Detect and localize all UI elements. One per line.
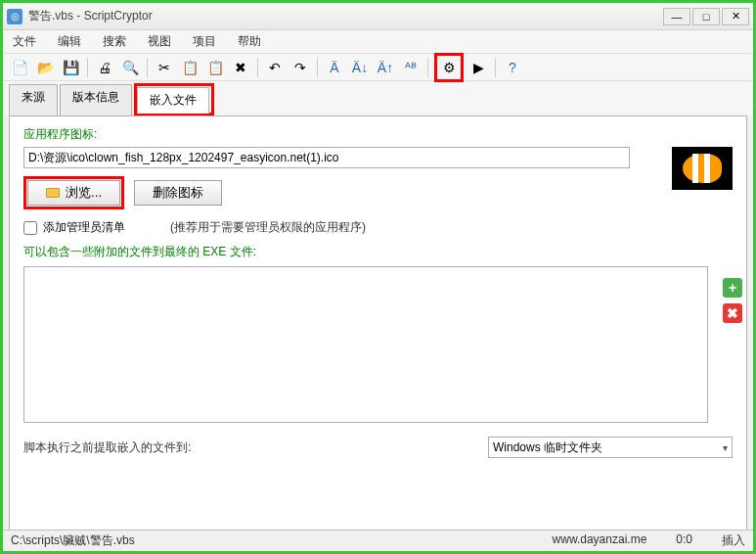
separator	[147, 58, 148, 77]
close-button[interactable]: ✕	[722, 8, 749, 25]
redo-icon[interactable]: ↷	[289, 57, 311, 78]
undo-icon[interactable]: ↶	[264, 57, 286, 78]
add-file-button[interactable]: +	[723, 278, 742, 298]
icon-preview	[672, 147, 733, 190]
status-site: www.dayanzai.me	[553, 532, 647, 549]
findprev-icon[interactable]: Ä↑	[375, 57, 396, 78]
menubar: 文件 编辑 搜索 视图 项目 帮助	[3, 30, 753, 54]
run-icon[interactable]: ▶	[467, 57, 489, 78]
menu-edit[interactable]: 编辑	[54, 31, 85, 52]
titlebar: ◎ 警告.vbs - ScriptCryptor — □ ✕	[3, 3, 753, 30]
remove-file-button[interactable]: ✖	[723, 303, 742, 323]
tab-embed[interactable]: 嵌入文件	[137, 87, 209, 114]
menu-view[interactable]: 视图	[144, 31, 175, 52]
tabs: 来源 版本信息 嵌入文件	[3, 81, 753, 115]
new-icon[interactable]: 📄	[9, 57, 30, 78]
tab-content: 应用程序图标: 浏览... 删除图标	[9, 115, 747, 546]
label-extract-to: 脚本执行之前提取嵌入的文件到:	[23, 439, 191, 456]
findnext-icon[interactable]: Ä↓	[349, 57, 371, 78]
compile-icon[interactable]: ⚙	[438, 57, 460, 78]
extract-target-value: Windows 临时文件夹	[493, 439, 602, 456]
admin-manifest-label: 添加管理员清单	[43, 219, 125, 236]
minimize-button[interactable]: —	[663, 8, 690, 25]
separator	[317, 58, 318, 77]
menu-search[interactable]: 搜索	[99, 31, 130, 52]
label-include-files: 可以包含一些附加的文件到最终的 EXE 文件:	[23, 244, 733, 260]
embedded-files-list[interactable]	[23, 266, 708, 423]
copy-icon[interactable]: 📋	[179, 57, 200, 78]
extract-target-select[interactable]: Windows 临时文件夹 ▾	[488, 437, 733, 458]
separator	[87, 58, 88, 77]
delete-icon-button[interactable]: 删除图标	[134, 180, 222, 206]
separator	[427, 58, 428, 77]
admin-manifest-checkbox[interactable]	[23, 221, 37, 235]
paste-icon[interactable]: 📋	[204, 57, 226, 78]
window-controls: — □ ✕	[663, 8, 749, 25]
statusbar: C:\scripts\臟贼\警告.vbs www.dayanzai.me 0:0…	[3, 530, 753, 551]
file-list-buttons: + ✖	[723, 278, 742, 323]
menu-help[interactable]: 帮助	[234, 31, 265, 52]
print-icon[interactable]: 🖨	[94, 57, 115, 78]
highlight-tab-embed: 嵌入文件	[134, 83, 214, 115]
clownfish-icon	[683, 154, 722, 183]
folder-icon	[46, 188, 60, 198]
status-mode: 插入	[722, 532, 745, 549]
window-title: 警告.vbs - ScriptCryptor	[28, 8, 663, 24]
highlight-browse: 浏览...	[23, 176, 124, 209]
maximize-button[interactable]: □	[692, 8, 720, 25]
cut-icon[interactable]: ✂	[154, 57, 175, 78]
save-icon[interactable]: 💾	[60, 57, 81, 78]
manifest-hint: (推荐用于需要管理员权限的应用程序)	[170, 219, 366, 236]
tab-source[interactable]: 来源	[9, 84, 58, 116]
open-icon[interactable]: 📂	[34, 57, 56, 78]
status-pos: 0:0	[676, 532, 692, 549]
delete-icon[interactable]: ✖	[230, 57, 251, 78]
icon-path-input[interactable]	[23, 147, 630, 168]
tab-version[interactable]: 版本信息	[60, 84, 132, 116]
app-icon: ◎	[7, 9, 22, 24]
browse-label: 浏览...	[66, 184, 102, 202]
preview-icon[interactable]: 🔍	[119, 57, 141, 78]
browse-button[interactable]: 浏览...	[27, 180, 120, 206]
help-icon[interactable]: ?	[502, 57, 523, 78]
highlight-compile: ⚙	[434, 53, 464, 82]
replace-icon[interactable]: ᴬᴮ	[400, 57, 422, 78]
delete-icon-label: 删除图标	[153, 184, 203, 202]
separator	[495, 58, 496, 77]
app-window: ◎ 警告.vbs - ScriptCryptor — □ ✕ 文件 编辑 搜索 …	[0, 0, 756, 554]
find-icon[interactable]: Ä	[324, 57, 345, 78]
menu-project[interactable]: 项目	[189, 31, 220, 52]
toolbar: 📄 📂 💾 🖨 🔍 ✂ 📋 📋 ✖ ↶ ↷ Ä Ä↓ Ä↑ ᴬᴮ ⚙ ▶ ?	[3, 54, 753, 81]
chevron-down-icon: ▾	[723, 442, 728, 453]
label-app-icon: 应用程序图标:	[23, 126, 733, 143]
status-path: C:\scripts\臟贼\警告.vbs	[11, 532, 135, 549]
separator	[257, 58, 258, 77]
menu-file[interactable]: 文件	[9, 31, 40, 52]
